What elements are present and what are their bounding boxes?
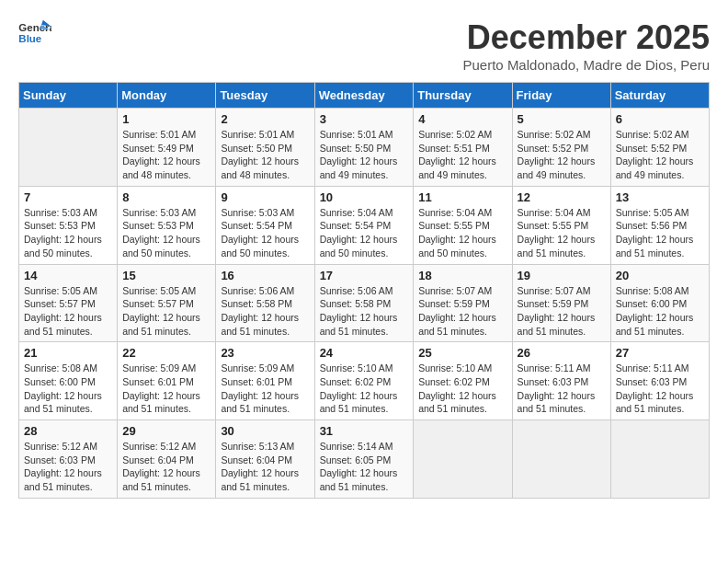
day-info: Sunrise: 5:05 AMSunset: 5:56 PMDaylight:… — [616, 206, 704, 260]
day-number: 29 — [122, 424, 210, 438]
day-number: 25 — [418, 346, 506, 360]
day-info: Sunrise: 5:04 AMSunset: 5:55 PMDaylight:… — [518, 206, 606, 260]
calendar-cell: 2Sunrise: 5:01 AMSunset: 5:50 PMDaylight… — [216, 109, 314, 187]
day-number: 27 — [616, 346, 704, 360]
calendar-cell: 8Sunrise: 5:03 AMSunset: 5:53 PMDaylight… — [118, 186, 216, 264]
day-info: Sunrise: 5:09 AMSunset: 6:01 PMDaylight:… — [122, 362, 210, 416]
day-number: 4 — [418, 112, 506, 126]
calendar-body: 1Sunrise: 5:01 AMSunset: 5:49 PMDaylight… — [19, 109, 710, 499]
day-info: Sunrise: 5:02 AMSunset: 5:52 PMDaylight:… — [616, 128, 704, 182]
calendar-cell: 22Sunrise: 5:09 AMSunset: 6:01 PMDayligh… — [118, 342, 216, 420]
calendar-cell: 12Sunrise: 5:04 AMSunset: 5:55 PMDayligh… — [512, 186, 610, 264]
day-info: Sunrise: 5:07 AMSunset: 5:59 PMDaylight:… — [418, 284, 506, 339]
calendar-cell: 19Sunrise: 5:07 AMSunset: 5:59 PMDayligh… — [512, 264, 610, 342]
day-number: 8 — [122, 190, 210, 204]
calendar-cell: 24Sunrise: 5:10 AMSunset: 6:02 PMDayligh… — [314, 342, 414, 420]
day-of-week-header: Wednesday — [314, 83, 414, 109]
day-info: Sunrise: 5:12 AMSunset: 6:04 PMDaylight:… — [122, 440, 210, 494]
calendar-cell: 31Sunrise: 5:14 AMSunset: 6:05 PMDayligh… — [314, 420, 414, 499]
calendar-cell: 16Sunrise: 5:06 AMSunset: 5:58 PMDayligh… — [216, 264, 314, 342]
day-info: Sunrise: 5:04 AMSunset: 5:54 PMDaylight:… — [320, 206, 409, 260]
day-number: 24 — [320, 346, 409, 360]
calendar-cell: 21Sunrise: 5:08 AMSunset: 6:00 PMDayligh… — [19, 342, 118, 420]
location-subtitle: Puerto Maldonado, Madre de Dios, Peru — [463, 57, 710, 73]
day-of-week-header: Monday — [118, 83, 216, 109]
day-info: Sunrise: 5:14 AMSunset: 6:05 PMDaylight:… — [320, 440, 409, 494]
day-number: 3 — [320, 112, 409, 126]
calendar-cell: 3Sunrise: 5:01 AMSunset: 5:50 PMDaylight… — [314, 109, 414, 187]
calendar-cell: 9Sunrise: 5:03 AMSunset: 5:54 PMDaylight… — [216, 186, 314, 264]
day-info: Sunrise: 5:02 AMSunset: 5:51 PMDaylight:… — [418, 128, 506, 182]
calendar-cell: 5Sunrise: 5:02 AMSunset: 5:52 PMDaylight… — [512, 109, 610, 187]
day-info: Sunrise: 5:08 AMSunset: 6:00 PMDaylight:… — [24, 362, 112, 416]
day-number: 26 — [518, 346, 606, 360]
calendar-header: SundayMondayTuesdayWednesdayThursdayFrid… — [19, 83, 710, 109]
day-number: 9 — [221, 190, 309, 204]
day-number: 1 — [122, 112, 210, 126]
title-block: December 2025 Puerto Maldonado, Madre de… — [463, 18, 710, 73]
day-info: Sunrise: 5:04 AMSunset: 5:55 PMDaylight:… — [418, 206, 506, 260]
day-of-week-header: Friday — [512, 83, 610, 109]
calendar-cell: 7Sunrise: 5:03 AMSunset: 5:53 PMDaylight… — [19, 186, 118, 264]
calendar-week-row: 28Sunrise: 5:12 AMSunset: 6:03 PMDayligh… — [19, 420, 710, 499]
day-number: 19 — [518, 269, 606, 282]
day-number: 12 — [518, 190, 606, 204]
calendar-cell: 29Sunrise: 5:12 AMSunset: 6:04 PMDayligh… — [118, 420, 216, 499]
logo-icon: General Blue — [18, 18, 51, 46]
day-number: 20 — [616, 269, 704, 282]
calendar-cell — [512, 420, 610, 499]
calendar-table: SundayMondayTuesdayWednesdayThursdayFrid… — [18, 82, 710, 499]
day-number: 13 — [616, 190, 704, 204]
day-info: Sunrise: 5:03 AMSunset: 5:54 PMDaylight:… — [221, 206, 309, 260]
calendar-cell — [610, 420, 709, 499]
page-header: General Blue December 2025 Puerto Maldon… — [18, 18, 710, 73]
calendar-cell: 30Sunrise: 5:13 AMSunset: 6:04 PMDayligh… — [216, 420, 314, 499]
day-info: Sunrise: 5:05 AMSunset: 5:57 PMDaylight:… — [122, 284, 210, 339]
calendar-cell — [414, 420, 512, 499]
calendar-cell: 11Sunrise: 5:04 AMSunset: 5:55 PMDayligh… — [414, 186, 512, 264]
day-of-week-header: Tuesday — [216, 83, 314, 109]
day-info: Sunrise: 5:02 AMSunset: 5:52 PMDaylight:… — [518, 128, 606, 182]
calendar-cell: 26Sunrise: 5:11 AMSunset: 6:03 PMDayligh… — [512, 342, 610, 420]
day-number: 16 — [221, 269, 309, 282]
calendar-cell: 4Sunrise: 5:02 AMSunset: 5:51 PMDaylight… — [414, 109, 512, 187]
day-info: Sunrise: 5:09 AMSunset: 6:01 PMDaylight:… — [221, 362, 309, 416]
svg-text:Blue: Blue — [18, 33, 41, 44]
day-number: 28 — [24, 424, 112, 438]
day-info: Sunrise: 5:11 AMSunset: 6:03 PMDaylight:… — [518, 362, 606, 416]
day-number: 10 — [320, 190, 409, 204]
calendar-cell: 10Sunrise: 5:04 AMSunset: 5:54 PMDayligh… — [314, 186, 414, 264]
day-info: Sunrise: 5:12 AMSunset: 6:03 PMDaylight:… — [24, 440, 112, 494]
calendar-cell: 13Sunrise: 5:05 AMSunset: 5:56 PMDayligh… — [610, 186, 709, 264]
day-number: 5 — [518, 112, 606, 126]
day-info: Sunrise: 5:10 AMSunset: 6:02 PMDaylight:… — [320, 362, 409, 416]
calendar-week-row: 7Sunrise: 5:03 AMSunset: 5:53 PMDaylight… — [19, 186, 710, 264]
day-of-week-header: Thursday — [414, 83, 512, 109]
calendar-cell: 6Sunrise: 5:02 AMSunset: 5:52 PMDaylight… — [610, 109, 709, 187]
calendar-cell: 18Sunrise: 5:07 AMSunset: 5:59 PMDayligh… — [414, 264, 512, 342]
day-info: Sunrise: 5:01 AMSunset: 5:50 PMDaylight:… — [320, 128, 409, 182]
day-number: 14 — [24, 269, 112, 282]
day-info: Sunrise: 5:13 AMSunset: 6:04 PMDaylight:… — [221, 440, 309, 494]
day-number: 23 — [221, 346, 309, 360]
day-info: Sunrise: 5:06 AMSunset: 5:58 PMDaylight:… — [320, 284, 409, 339]
day-number: 22 — [122, 346, 210, 360]
day-number: 11 — [418, 190, 506, 204]
day-number: 18 — [418, 269, 506, 282]
day-number: 6 — [616, 112, 704, 126]
day-info: Sunrise: 5:11 AMSunset: 6:03 PMDaylight:… — [616, 362, 704, 416]
day-number: 7 — [24, 190, 112, 204]
day-info: Sunrise: 5:07 AMSunset: 5:59 PMDaylight:… — [518, 284, 606, 339]
calendar-week-row: 21Sunrise: 5:08 AMSunset: 6:00 PMDayligh… — [19, 342, 710, 420]
day-info: Sunrise: 5:05 AMSunset: 5:57 PMDaylight:… — [24, 284, 112, 339]
day-info: Sunrise: 5:01 AMSunset: 5:49 PMDaylight:… — [122, 128, 210, 182]
calendar-cell: 28Sunrise: 5:12 AMSunset: 6:03 PMDayligh… — [19, 420, 118, 499]
calendar-cell: 25Sunrise: 5:10 AMSunset: 6:02 PMDayligh… — [414, 342, 512, 420]
day-of-week-header: Saturday — [610, 83, 709, 109]
day-info: Sunrise: 5:03 AMSunset: 5:53 PMDaylight:… — [122, 206, 210, 260]
calendar-cell: 17Sunrise: 5:06 AMSunset: 5:58 PMDayligh… — [314, 264, 414, 342]
calendar-cell: 14Sunrise: 5:05 AMSunset: 5:57 PMDayligh… — [19, 264, 118, 342]
day-number: 31 — [320, 424, 409, 438]
calendar-week-row: 14Sunrise: 5:05 AMSunset: 5:57 PMDayligh… — [19, 264, 710, 342]
day-number: 15 — [122, 269, 210, 282]
